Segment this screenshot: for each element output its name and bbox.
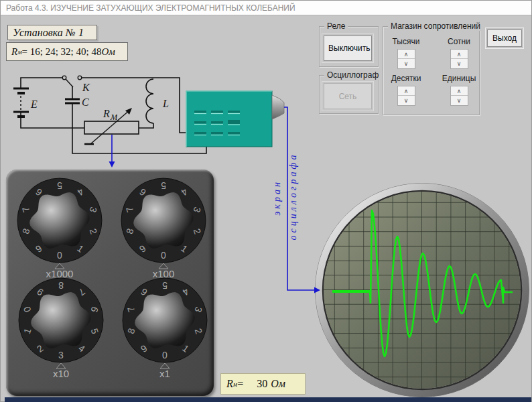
svg-text:5: 5 <box>162 280 168 291</box>
chevron-up-icon: ∧ <box>457 51 462 58</box>
resistor-label-sub: м <box>110 111 117 122</box>
scope-power-button[interactable]: Сеть <box>324 83 372 109</box>
exit-button[interactable]: Выход <box>487 29 522 47</box>
svg-text:0: 0 <box>162 350 168 360</box>
svg-text:5: 5 <box>161 180 166 191</box>
thousands-up-button[interactable]: ∧ <box>398 50 415 59</box>
resistance-values-box: Rм = 16; 24; 32; 40; 48 Ом <box>6 42 128 61</box>
app-window: Работа 4.3. ИЗУЧЕНИЕ ЗАТУХАЮЩИХ ЭЛЕКТРОМ… <box>0 0 532 402</box>
knob-x1[interactable]: 0123456789 <box>118 276 212 370</box>
battery-symbol <box>13 88 29 117</box>
svg-text:5: 5 <box>57 180 62 191</box>
oscilloscope-screen <box>314 182 531 399</box>
scope-power-button-frame: Сеть <box>322 81 374 111</box>
window-title: Работа 4.3. ИЗУЧЕНИЕ ЗАТУХАЮЩИХ ЭЛЕКТРОМ… <box>6 3 295 13</box>
knob-x1000-label: х1000 <box>13 268 107 279</box>
chevron-down-icon: ∨ <box>457 60 462 67</box>
knob-x1-label: х1 <box>118 368 212 379</box>
exit-button-frame: Выход <box>485 27 524 49</box>
chevron-down-icon: ∨ <box>404 97 409 104</box>
chevron-up-icon: ∧ <box>404 51 409 58</box>
resistor-label: R <box>103 108 110 119</box>
decade-tens-label: Десятки <box>385 74 427 83</box>
decade-hundreds-label: Сотни <box>438 37 480 46</box>
knob-x100[interactable]: 0123456789 <box>117 176 210 270</box>
thousands-spinner: ∧ ∨ <box>397 49 415 69</box>
title-bar: Работа 4.3. ИЗУЧЕНИЕ ЗАТУХАЮЩИХ ЭЛЕКТРОМ… <box>1 1 531 15</box>
relay-output-connector <box>272 95 284 119</box>
chevron-down-icon: ∨ <box>404 60 409 67</box>
scope-caption-word2: осциллографа <box>288 146 299 247</box>
decade-thousands-label: Тысячи <box>385 37 427 46</box>
decade-thousands: Тысячи ∧ ∨ <box>385 37 427 69</box>
relay-off-button[interactable]: Выключить <box>324 36 372 61</box>
units-down-button[interactable]: ∨ <box>451 96 468 105</box>
oscilloscope-group-title: Осциллограф <box>324 70 381 80</box>
knob-x100-label: х100 <box>117 268 210 279</box>
hundreds-spinner: ∧ ∨ <box>450 49 468 69</box>
chevron-up-icon: ∧ <box>404 88 409 94</box>
setup-number-box: Установка № 1 <box>7 25 97 40</box>
resistance-value: 30 <box>257 378 267 390</box>
svg-text:0: 0 <box>57 250 62 261</box>
units-up-button[interactable]: ∧ <box>451 86 468 96</box>
knob-x10[interactable]: 0123456789 <box>14 276 108 370</box>
units-spinner: ∧ ∨ <box>450 86 468 106</box>
relay-group-title: Реле <box>324 21 348 31</box>
capacitor-symbol <box>65 99 80 103</box>
inductor-symbol <box>146 79 153 123</box>
tens-up-button[interactable]: ∧ <box>398 86 415 96</box>
knob-x1000[interactable]: 0123456789 <box>13 176 107 270</box>
thousands-down-button[interactable]: ∨ <box>398 59 415 68</box>
svg-text:8: 8 <box>58 280 64 291</box>
decade-tens: Десятки ∧ ∨ <box>385 74 427 106</box>
tens-spinner: ∧ ∨ <box>397 86 415 106</box>
relay-button-frame: Выключить <box>322 34 374 63</box>
decade-units-label: Единицы <box>438 74 480 83</box>
inductor-label: L <box>162 98 169 109</box>
battery-label: E <box>30 98 38 110</box>
switch-symbol <box>62 76 82 87</box>
knob-x10-label: х10 <box>14 368 108 379</box>
hundreds-down-button[interactable]: ∨ <box>451 59 468 68</box>
svg-text:0: 0 <box>161 250 166 261</box>
setup-number-label: Установка № 1 <box>13 27 84 39</box>
resistance-readout: Rм = 30Ом <box>220 373 306 395</box>
bottom-window-edge <box>5 397 531 402</box>
hundreds-up-button[interactable]: ∧ <box>451 50 468 59</box>
resistance-store-title: Магазин сопротивлений <box>388 21 483 31</box>
chevron-down-icon: ∨ <box>457 97 462 104</box>
svg-text:3: 3 <box>58 350 64 360</box>
decade-hundreds: Сотни ∧ ∨ <box>438 37 480 69</box>
relay-unit <box>186 91 284 147</box>
scope-caption-word1: экран <box>272 168 283 228</box>
tens-down-button[interactable]: ∨ <box>398 96 415 105</box>
arrow-to-resistance-box <box>109 135 115 168</box>
capacitor-label: C <box>82 96 89 108</box>
decade-units: Единицы ∧ ∨ <box>438 74 480 106</box>
switch-label: K <box>82 82 90 93</box>
chevron-up-icon: ∧ <box>457 88 462 94</box>
